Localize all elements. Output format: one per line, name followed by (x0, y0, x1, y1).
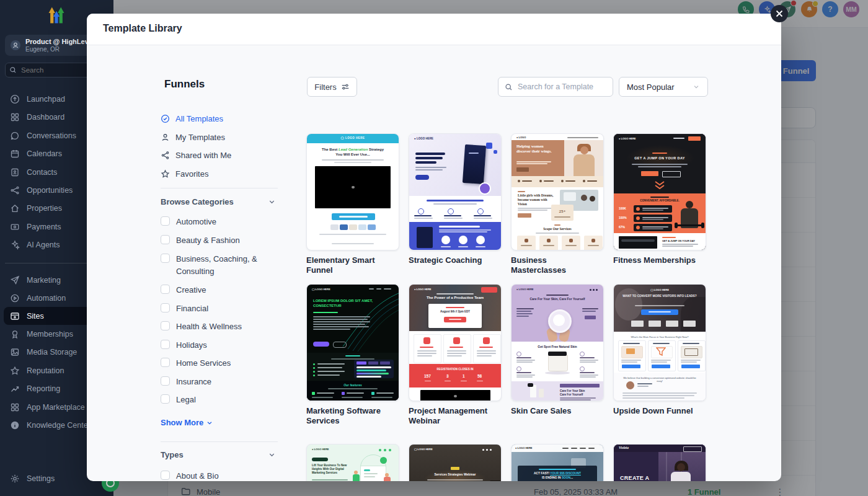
template-title: Strategic Coaching (409, 255, 502, 265)
account-name: Product @ HighLevel (25, 38, 94, 46)
category-legal[interactable]: Legal (161, 394, 276, 406)
person-icon (161, 133, 170, 142)
type-about-bio[interactable]: About & Bio (161, 470, 276, 481)
template-card[interactable]: ◯ LOGO HERE LOREM IPSUM DOLOR SIT AMET, … (306, 284, 399, 426)
template-card[interactable]: Violeta CREATE A LIFE YOU (613, 444, 706, 481)
template-card[interactable]: ◯ LOGO HERE The Best Lead Generation Str… (306, 133, 399, 275)
category-financial[interactable]: Financial (161, 303, 276, 315)
sort-dropdown[interactable]: Most Popular (619, 77, 708, 97)
template-card[interactable]: ● LOGO HERE (409, 133, 502, 265)
template-card[interactable]: ● LOGO HERE Lift Your Business To New He… (306, 444, 399, 481)
chevron-down-icon[interactable] (268, 198, 276, 206)
thumb-strategic-coaching[interactable]: ● LOGO HERE (409, 133, 502, 250)
category-automotive[interactable]: Automotive (161, 216, 276, 228)
checkbox[interactable] (161, 235, 170, 244)
thumb-discount-countdown[interactable]: ● LOGO HERE ACT FAST! YOUR $$$ DISCOUNTI… (511, 444, 604, 481)
thumb-elementary-smart-funnel[interactable]: ◯ LOGO HERE The Best Lead Generation Str… (306, 133, 399, 250)
template-title: Fitness Memberships (613, 255, 706, 265)
panel-nav-favorites[interactable]: Favorites (161, 167, 278, 180)
contacts-icon (10, 167, 20, 177)
category-holidays[interactable]: Holidays (161, 339, 276, 352)
template-card[interactable]: ● LOGO HERE ACT FAST! YOUR $$$ DISCOUNTI… (511, 444, 604, 481)
check-circle-icon (161, 114, 170, 123)
checkbox[interactable] (161, 254, 170, 263)
thumb-fitness-memberships[interactable]: ● LOGO HERE GET A JUMP ON YOUR DAY CONVE… (613, 133, 706, 250)
chat-icon (10, 131, 20, 141)
account-location: Eugene, OR (25, 46, 94, 53)
template-card[interactable]: ● LOGO Helping women discover their wing… (511, 133, 604, 275)
house-icon (10, 203, 20, 213)
panel-divider (161, 188, 278, 188)
chevron-down-icon (693, 83, 700, 91)
category-home-services[interactable]: Home Services (161, 357, 276, 370)
template-card[interactable]: ◯ LOGO HERE Services Strategies Webinar (409, 444, 502, 481)
launchpad-icon (10, 94, 20, 104)
modal-title: Template Library (103, 23, 182, 34)
checkbox[interactable] (161, 340, 170, 349)
image-icon (10, 347, 20, 357)
types-heading: Types (161, 450, 184, 459)
checkbox[interactable] (161, 471, 170, 480)
template-search-input[interactable] (516, 82, 606, 92)
close-button[interactable] (771, 5, 788, 22)
category-creative[interactable]: Creative (161, 284, 276, 296)
template-card[interactable]: ● LOGO HERE GET A JUMP ON YOUR DAY CONVE… (613, 133, 706, 265)
dashboard-icon (10, 112, 20, 122)
calendar-icon (10, 149, 20, 159)
checkbox[interactable] (161, 285, 170, 294)
panel-divider (161, 441, 278, 442)
sparkles-icon (10, 240, 20, 250)
thumb-digital-marketing-mint[interactable]: ● LOGO HERE Lift Your Business To New He… (306, 444, 399, 481)
chevron-down-decoration (653, 181, 666, 190)
gear-icon (10, 474, 20, 484)
send-icon (10, 275, 20, 285)
thumb-skin-care-sales[interactable]: ● LOGO HERE Care For Your Skin, Care For… (511, 284, 604, 401)
checkbox[interactable] (161, 376, 170, 386)
template-title: Marketing Software Services (306, 406, 399, 426)
panel-nav-all-templates[interactable]: All Templates (161, 112, 278, 125)
template-title: Elementary Smart Funnel (306, 255, 399, 275)
thumb-create-a-life[interactable]: Violeta CREATE A LIFE YOU (613, 444, 706, 481)
thumb-business-masterclasses[interactable]: ● LOGO Helping women discover their wing… (511, 133, 604, 250)
thumb-marketing-software-services[interactable]: ◯ LOGO HERE LOREM IPSUM DOLOR SIT AMET, … (306, 284, 399, 401)
checkbox[interactable] (161, 394, 170, 404)
payments-icon (10, 222, 20, 232)
category-health-wellness[interactable]: Health & Wellness (161, 321, 276, 333)
medal-icon (10, 329, 20, 339)
opportunities-icon (10, 185, 20, 195)
template-card[interactable]: ◯ LOGO HERE WANT TO CONVERT MORE VISITOR… (613, 284, 706, 416)
checkbox[interactable] (161, 321, 170, 330)
trend-icon (10, 384, 20, 394)
category-beauty-fashion[interactable]: Beauty & Fashion (161, 234, 276, 247)
template-title: Project Management Webinar (409, 406, 502, 426)
checkbox[interactable] (161, 358, 170, 367)
highlevel-logo-icon (47, 4, 66, 26)
checkbox[interactable] (161, 303, 170, 312)
sliders-icon (341, 82, 350, 91)
thumb-upside-down-funnel[interactable]: ◯ LOGO HERE WANT TO CONVERT MORE VISITOR… (613, 284, 706, 401)
category-insurance[interactable]: Insurance (161, 376, 276, 388)
thumb-services-strategies-webinar[interactable]: ◯ LOGO HERE Services Strategies Webinar (409, 444, 502, 481)
filters-button[interactable]: Filters (307, 77, 357, 97)
chevron-down-icon[interactable] (268, 451, 276, 459)
category-business-coaching[interactable]: Business, Coaching, & Consulting (161, 253, 276, 278)
checkbox[interactable] (161, 216, 170, 226)
browser-icon (10, 311, 20, 321)
template-search-box[interactable] (498, 77, 613, 97)
thumb-project-management-webinar[interactable]: ● LOGO HERE The Power of a Productive Te… (409, 284, 502, 401)
template-library-modal: Template Library Funnels All Templates M… (87, 14, 781, 481)
panel-nav-shared-with-me[interactable]: Shared with Me (161, 148, 278, 162)
template-title: Business Masterclasses (511, 255, 604, 275)
search-icon (505, 83, 513, 91)
share-icon (161, 151, 170, 160)
close-icon (776, 10, 783, 17)
star-icon (161, 169, 170, 179)
show-more-button[interactable]: Show More (161, 418, 213, 427)
account-avatar-icon (10, 40, 21, 51)
modal-header: Template Library (87, 14, 781, 45)
sidebar-search-input[interactable] (20, 66, 85, 74)
template-card[interactable]: ● LOGO HERE The Power of a Productive Te… (409, 284, 502, 426)
panel-nav-my-templates[interactable]: My Templates (161, 130, 278, 144)
sort-value: Most Popular (627, 82, 693, 92)
template-card[interactable]: ● LOGO HERE Care For Your Skin, Care For… (511, 284, 604, 416)
